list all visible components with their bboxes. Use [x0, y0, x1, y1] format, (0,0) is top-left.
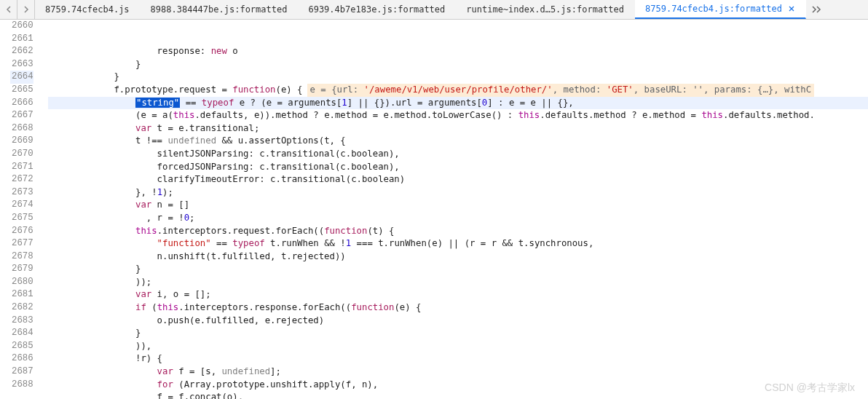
- line-number: 2664: [10, 71, 33, 84]
- code-line: "string" == typeof e ? (e = arguments[1]…: [48, 97, 868, 110]
- code-line: f.prototype.request = function(e) {e = {…: [48, 84, 868, 97]
- code-line: var n = []: [48, 199, 868, 212]
- line-number: 2680: [10, 276, 33, 289]
- code-line: for (Array.prototype.unshift.apply(f, n)…: [48, 379, 868, 392]
- line-number: 2674: [10, 199, 33, 212]
- tab-label: 8759.74cfecb4.js:formatted: [645, 4, 782, 14]
- code-line: this.interceptors.request.forEach((funct…: [48, 225, 868, 238]
- line-number: 2678: [10, 250, 33, 264]
- code-line: var t = e.transitional;: [48, 122, 868, 135]
- code-line: var f = [s, undefined];: [48, 366, 868, 379]
- code-editor[interactable]: 2660266126622663266426652666266726682669…: [0, 20, 868, 399]
- code-line: f = f.concat(o),: [48, 391, 868, 399]
- code-line: t !== undefined && u.assertOptions(t, {: [48, 135, 868, 148]
- code-line: }: [48, 71, 868, 84]
- code-line: )),: [48, 340, 868, 353]
- code-line: var i, o = [];: [48, 288, 868, 301]
- inline-value-hint: e = {url: '/aweme/v1/web/user/profile/ot…: [307, 84, 815, 97]
- code-line: clarifyTimeoutError: c.transitional(c.bo…: [48, 173, 868, 186]
- tab-file-1[interactable]: 8988.384447be.js:formatted: [141, 0, 299, 19]
- tab-file-2[interactable]: 6939.4b7e183e.js:formatted: [298, 0, 456, 19]
- line-number-gutter: 2660266126622663266426652666266726682669…: [0, 20, 48, 399]
- tab-bar: 8759.74cfecb4.js 8988.384447be.js:format…: [0, 0, 868, 20]
- code-line: }: [48, 58, 868, 71]
- code-line: forcedJSONParsing: c.transitional(c.bool…: [48, 161, 868, 174]
- line-number: 2662: [10, 45, 33, 58]
- line-number: 2675: [10, 212, 33, 225]
- code-line: "function" == typeof t.runWhen && !1 ===…: [48, 237, 868, 250]
- code-line: n.unshift(t.fulfilled, t.rejected)): [48, 250, 868, 264]
- line-number: 2686: [10, 352, 33, 366]
- line-number: 2672: [10, 173, 33, 186]
- line-number: 2677: [10, 237, 33, 250]
- line-number: 2688: [10, 379, 33, 392]
- close-icon[interactable]: [788, 5, 795, 12]
- code-line: (e = a(this.defaults, e)).method ? e.met…: [48, 109, 868, 122]
- code-line: }, !1);: [48, 186, 868, 200]
- tab-nav-prev-button[interactable]: [0, 0, 17, 19]
- code-content[interactable]: response: new o } } f.prototype.request …: [48, 20, 868, 399]
- tab-label: runtime~index.d…5.js:formatted: [466, 4, 624, 15]
- tabs-overflow-button[interactable]: [806, 0, 828, 19]
- line-number: 2679: [10, 263, 33, 276]
- code-line: !r) {: [48, 352, 868, 366]
- line-number: 2660: [10, 20, 33, 33]
- code-line: }: [48, 263, 868, 276]
- code-line: o.push(e.fulfilled, e.rejected): [48, 315, 868, 328]
- line-number: 2670: [10, 148, 33, 161]
- tab-label: 6939.4b7e183e.js:formatted: [308, 4, 445, 15]
- line-number: 2684: [10, 327, 33, 340]
- line-number: 2685: [10, 340, 33, 353]
- tab-file-3[interactable]: runtime~index.d…5.js:formatted: [456, 0, 635, 19]
- line-number: 2682: [10, 301, 33, 315]
- line-number: 2666: [10, 97, 33, 110]
- tab-label: 8988.384447be.js:formatted: [151, 4, 288, 15]
- line-number: 2681: [10, 288, 33, 301]
- tab-file-0[interactable]: 8759.74cfecb4.js: [35, 0, 141, 19]
- line-number: 2665: [10, 84, 33, 97]
- code-line: , r = !0;: [48, 212, 868, 225]
- tab-nav-next-button[interactable]: [17, 0, 35, 19]
- tab-label: 8759.74cfecb4.js: [45, 4, 130, 15]
- line-number: 2683: [10, 315, 33, 328]
- tab-file-4[interactable]: 8759.74cfecb4.js:formatted: [635, 0, 806, 19]
- line-number: 2661: [10, 33, 33, 46]
- code-line: silentJSONParsing: c.transitional(c.bool…: [48, 148, 868, 161]
- code-line: }: [48, 327, 868, 340]
- code-line: ));: [48, 276, 868, 289]
- line-number: 2667: [10, 109, 33, 122]
- line-number: 2663: [10, 58, 33, 71]
- selected-text: "string": [135, 98, 180, 108]
- code-line: if (this.interceptors.response.forEach((…: [48, 301, 868, 315]
- line-number: 2687: [10, 366, 33, 379]
- line-number: 2673: [10, 186, 33, 200]
- line-number: 2669: [10, 135, 33, 148]
- line-number: 2668: [10, 122, 33, 135]
- line-number: 2671: [10, 161, 33, 174]
- line-number: 2676: [10, 225, 33, 238]
- code-line: response: new o: [48, 45, 868, 58]
